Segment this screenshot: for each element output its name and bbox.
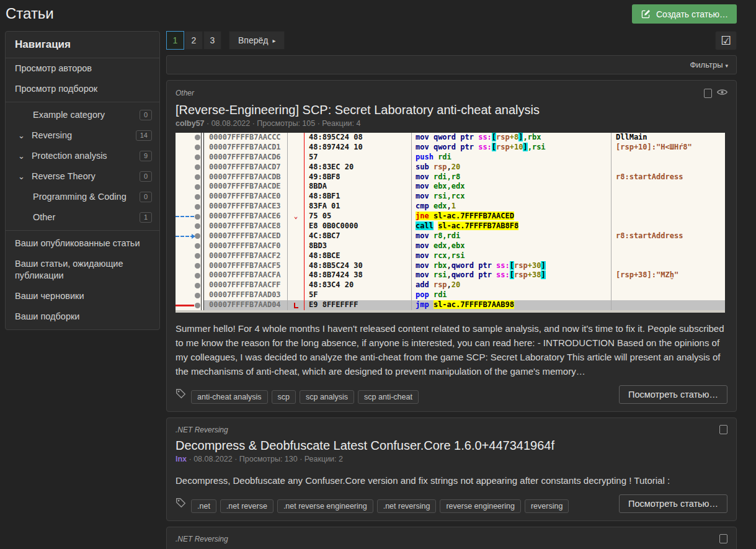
tag-pill[interactable]: scp anti-cheat: [358, 390, 419, 404]
tag-icon: [176, 498, 186, 511]
sidebar-item-reverse-theory[interactable]: ⌄Reverse Theory0: [6, 166, 159, 187]
breakpoint-dot: [195, 233, 200, 239]
instruction-cell: add rsp,20: [411, 280, 611, 290]
indicator-cell: [287, 290, 304, 300]
breakpoint-dot: [195, 164, 200, 170]
breakpoint-dot: [195, 135, 200, 140]
select-mode-button[interactable]: ☑: [715, 31, 737, 50]
comment-cell: [611, 300, 725, 310]
instruction-cell: call sl-ac.7FFFFB7AB8F8: [411, 221, 611, 231]
tag-list: anti-cheat analysisscpscp analysisscp an…: [191, 390, 419, 404]
article-author[interactable]: lnx: [176, 455, 187, 463]
breakpoint-gutter: [176, 212, 204, 221]
comment-cell: [611, 182, 725, 192]
sidebar-item-your-pending-articles[interactable]: Ваши статьи, ожидающие публикации: [6, 254, 159, 286]
article-title[interactable]: [Reverse-Engineering] SCP: Secret Labora…: [176, 103, 727, 117]
comment-cell: [611, 212, 725, 221]
bytes-cell: E9 8FFEFFFF: [304, 300, 411, 310]
chevron-down-icon: ⌄: [18, 172, 25, 181]
article-author[interactable]: colby57: [176, 119, 205, 128]
breakpoint-dot: [195, 145, 200, 150]
watch-eye-icon[interactable]: [717, 87, 727, 99]
sidebar-item-example-category[interactable]: Example category0: [6, 105, 159, 125]
sidebar-item-protection-analysis[interactable]: ⌄Protection analysis9: [6, 146, 159, 166]
bookmark-square-icon[interactable]: [719, 425, 727, 434]
create-article-button[interactable]: Создать статью…: [632, 4, 737, 24]
sidebar-item-label: Reverse Theory: [32, 171, 140, 182]
indicator-cell: [287, 221, 304, 231]
instruction-cell: jne sl-ac.7FFFFB7AACED: [411, 212, 611, 221]
tag-pill[interactable]: scp analysis: [300, 390, 354, 404]
sidebar-item-your-published-articles[interactable]: Ваши опубликованные статьи: [6, 233, 159, 254]
bookmark-square-icon[interactable]: [719, 534, 727, 543]
tag-pill[interactable]: .net reverse: [220, 499, 273, 513]
address-cell: 00007FFFFB7AAD03: [204, 290, 287, 300]
breakpoint-dot: [195, 273, 200, 279]
article-title[interactable]: Decompress & Deobfuscate Latest Confuser…: [176, 439, 727, 453]
indicator-cell: [287, 172, 304, 182]
breakpoint-gutter: [176, 172, 204, 182]
sidebar-item-view-collections[interactable]: Просмотр подборок: [6, 79, 159, 99]
comment-cell: [611, 221, 725, 231]
page-button-1[interactable]: 1: [166, 31, 184, 50]
filters-dropdown[interactable]: Фильтры▾: [690, 60, 728, 69]
disassembler-screenshot[interactable]: 00007FFFFB7AACCC48:895C24 08mov qword pt…: [176, 133, 725, 313]
view-article-button[interactable]: Посмотреть статью…: [619, 494, 727, 513]
tag-pill[interactable]: .net: [191, 499, 216, 513]
comment-cell: r8:startAddress: [611, 231, 725, 241]
bytes-cell: 83FA 01: [304, 202, 411, 212]
instruction-cell: mov qword ptr ss:[rsp+8],rbx: [411, 133, 611, 143]
instruction-cell: mov edx,ebx: [411, 241, 611, 251]
bookmark-square-icon[interactable]: [704, 89, 712, 98]
sidebar-item-label: Ваши черновики: [15, 290, 152, 302]
tag-row: anti-cheat analysisscpscp analysisscp an…: [176, 385, 727, 404]
navigation-sidebar: Навигация Просмотр авторовПросмотр подбо…: [5, 31, 160, 330]
sidebar-item-other[interactable]: Other1: [6, 207, 159, 228]
tag-pill[interactable]: scp: [272, 390, 296, 404]
page-button-2[interactable]: 2: [185, 31, 203, 50]
sidebar-item-reversing[interactable]: ⌄Reversing14: [6, 125, 159, 146]
page-button-3[interactable]: 3: [203, 31, 221, 50]
instruction-cell: mov ebx,edx: [411, 182, 611, 192]
sidebar-item-label: Просмотр авторов: [15, 63, 152, 74]
bytes-cell: 4C:8BC7: [304, 231, 411, 241]
address-cell: 00007FFFFB7AACF5: [204, 261, 287, 271]
indicator-cell: [287, 192, 304, 202]
tag-pill[interactable]: anti-cheat analysis: [191, 390, 268, 404]
divider: [6, 230, 159, 231]
article-category[interactable]: Other: [176, 89, 194, 97]
page-buttons: 123: [166, 31, 221, 50]
disasm-row: 00007FFFFB7AACED4C:8BC7mov r8,rdir8:star…: [176, 231, 725, 241]
tag-pill[interactable]: reverse engineering: [440, 499, 521, 513]
view-article-button[interactable]: Посмотреть статью…: [619, 385, 727, 404]
disasm-row: 00007FFFFB7AACE8E8 0B0C0000call sl-ac.7F…: [176, 221, 725, 231]
tag-pill[interactable]: reversing: [525, 499, 569, 513]
sidebar-item-label: Просмотр подборок: [15, 83, 152, 95]
bytes-cell: 48:8BCE: [304, 251, 411, 261]
indicator-cell: [287, 133, 304, 143]
breakpoint-gutter: [176, 290, 204, 300]
bytes-cell: 49:8BF8: [304, 172, 411, 182]
indicator-cell: [287, 261, 304, 271]
article-category[interactable]: .NET Reversing: [176, 535, 228, 543]
instruction-cell: mov qword ptr ss:[rsp+10],rsi: [411, 143, 611, 153]
breakpoint-gutter: [176, 221, 204, 231]
indicator-cell: [287, 251, 304, 261]
address-cell: 00007FFFFB7AACD6: [204, 153, 287, 163]
sidebar-item-label: Reversing: [32, 130, 136, 141]
sidebar-item-your-drafts[interactable]: Ваши черновики: [6, 286, 159, 306]
next-page-button[interactable]: Вперёд ▸: [229, 31, 285, 50]
sidebar-item-programming-coding[interactable]: Programming & Coding0: [6, 187, 159, 207]
breakpoint-gutter: [176, 143, 204, 153]
disasm-row: 00007FFFFB7AACE383FA 01cmp edx,1: [176, 202, 725, 212]
breakpoint-gutter: [176, 231, 204, 241]
comment-cell: [611, 261, 725, 271]
tag-pill[interactable]: .net reverse engineering: [277, 499, 373, 513]
tag-pill[interactable]: .net reversing: [377, 499, 437, 513]
article-category[interactable]: .NET Reversing: [176, 426, 228, 434]
sidebar-item-label: Example category: [33, 109, 140, 121]
breakpoint-gutter: [176, 241, 204, 251]
bytes-cell: 75 05: [304, 212, 411, 221]
sidebar-item-view-authors[interactable]: Просмотр авторов: [6, 58, 159, 79]
sidebar-item-your-collections[interactable]: Ваши подборки: [6, 306, 159, 327]
